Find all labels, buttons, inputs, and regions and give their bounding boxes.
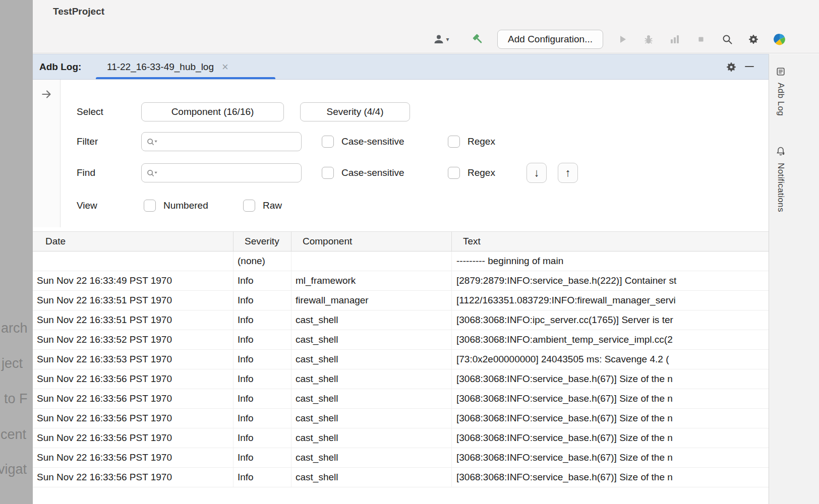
cell-component: cast_shell bbox=[291, 448, 452, 467]
build-hammer-icon[interactable] bbox=[471, 32, 485, 46]
log-table: Date Severity Component Text (none)-----… bbox=[33, 231, 769, 504]
cell-text: [3068:3068:INFO:service_base.h(67)] Size… bbox=[452, 448, 769, 467]
view-raw-checkbox[interactable]: Raw bbox=[243, 196, 282, 215]
table-row[interactable]: Sun Nov 22 16:33:51 PST 1970Infofirewall… bbox=[33, 291, 769, 310]
titlebar: TestProject ▾ Add Configuration... bbox=[33, 0, 819, 53]
bell-icon bbox=[776, 146, 786, 158]
filter-label: Filter bbox=[77, 132, 98, 151]
find-case-sensitive-checkbox[interactable]: Case-sensitive bbox=[322, 163, 404, 182]
titlebar-actions: ▾ Add Configuration... bbox=[430, 28, 787, 50]
cell-date: Sun Nov 22 16:33:56 PST 1970 bbox=[33, 468, 233, 487]
cell-component: firewall_manager bbox=[291, 291, 452, 310]
chevron-down-icon: ▾ bbox=[446, 36, 449, 43]
column-header-component[interactable]: Component bbox=[291, 232, 452, 251]
cell-component: cast_shell bbox=[291, 330, 452, 349]
checkbox-label: Raw bbox=[263, 200, 282, 211]
checkbox-box bbox=[448, 136, 460, 148]
cell-text: [1122/163351.083729:INFO:firewall_manage… bbox=[452, 291, 769, 310]
component-filter-button[interactable]: Component (16/16) bbox=[141, 102, 284, 121]
table-row[interactable]: Sun Nov 22 16:33:51 PST 1970Infocast_she… bbox=[33, 310, 769, 330]
table-row[interactable]: Sun Nov 22 16:33:52 PST 1970Infocast_she… bbox=[33, 330, 769, 350]
strip-tab-label: Notifications bbox=[776, 163, 786, 212]
view-numbered-checkbox[interactable]: Numbered bbox=[144, 196, 208, 215]
filter-input[interactable] bbox=[158, 137, 301, 147]
cell-severity: Info bbox=[233, 468, 291, 487]
checkbox-box bbox=[243, 200, 255, 212]
cell-severity: Info bbox=[233, 291, 291, 310]
cell-severity: Info bbox=[233, 369, 291, 389]
table-row[interactable]: Sun Nov 22 16:33:56 PST 1970Infocast_she… bbox=[33, 448, 769, 468]
severity-filter-button[interactable]: Severity (4/4) bbox=[300, 102, 410, 121]
run-icon[interactable] bbox=[615, 32, 629, 46]
panel-settings-gear-icon[interactable] bbox=[725, 61, 737, 73]
cell-component: cast_shell bbox=[291, 389, 452, 408]
find-label: Find bbox=[77, 163, 95, 182]
filter-case-sensitive-checkbox[interactable]: Case-sensitive bbox=[322, 132, 404, 151]
cell-text: [3068:3068:INFO:service_base.h(67)] Size… bbox=[452, 409, 769, 428]
search-icon[interactable] bbox=[146, 137, 158, 146]
find-regex-checkbox[interactable]: Regex bbox=[448, 163, 495, 182]
strip-tab-notifications[interactable]: Notifications bbox=[770, 146, 791, 212]
log-table-header: Date Severity Component Text bbox=[33, 231, 769, 251]
background-text-fragment: vigat bbox=[0, 462, 27, 477]
checkbox-label: Numbered bbox=[163, 200, 208, 211]
table-row[interactable]: Sun Nov 22 16:33:49 PST 1970Infoml_frame… bbox=[33, 271, 769, 291]
cell-text: --------- beginning of main bbox=[452, 251, 769, 271]
minimize-icon[interactable] bbox=[743, 60, 755, 73]
background-text-fragment: to F bbox=[4, 391, 28, 407]
stop-icon[interactable] bbox=[694, 32, 708, 46]
ide-window: TestProject ▾ Add Configuration... bbox=[33, 0, 819, 504]
profiler-icon[interactable] bbox=[668, 32, 682, 46]
expand-arrow-icon[interactable] bbox=[40, 88, 53, 101]
close-icon[interactable]: × bbox=[222, 62, 228, 72]
tab-active-underline bbox=[96, 77, 275, 79]
table-row[interactable]: (none)--------- beginning of main bbox=[33, 251, 769, 271]
column-header-date[interactable]: Date bbox=[33, 232, 233, 251]
table-row[interactable]: Sun Nov 22 16:33:56 PST 1970Infocast_she… bbox=[33, 468, 769, 487]
column-header-text[interactable]: Text bbox=[452, 232, 769, 251]
filter-regex-checkbox[interactable]: Regex bbox=[448, 132, 495, 151]
add-configuration-button[interactable]: Add Configuration... bbox=[497, 30, 603, 49]
background-text-fragment: arch bbox=[1, 321, 28, 336]
adb-log-panel-header: Adb Log: 11-22_16-33-49_hub_log × bbox=[33, 54, 769, 80]
settings-gear-icon[interactable] bbox=[746, 32, 760, 46]
cell-severity: Info bbox=[233, 448, 291, 467]
cell-date: Sun Nov 22 16:33:56 PST 1970 bbox=[33, 448, 233, 467]
log-table-body: (none)--------- beginning of mainSun Nov… bbox=[33, 251, 769, 487]
adb-log-panel-body: Select Component (16/16) Severity (4/4) … bbox=[33, 80, 769, 504]
cell-severity: (none) bbox=[233, 251, 291, 271]
table-row[interactable]: Sun Nov 22 16:33:56 PST 1970Infocast_she… bbox=[33, 389, 769, 409]
user-profile-button[interactable]: ▾ bbox=[430, 32, 452, 46]
table-row[interactable]: Sun Nov 22 16:33:56 PST 1970Infocast_she… bbox=[33, 409, 769, 428]
find-input[interactable] bbox=[158, 168, 301, 178]
debug-icon[interactable] bbox=[641, 32, 656, 46]
find-next-button[interactable]: ↓ bbox=[526, 163, 547, 183]
cell-date: Sun Nov 22 16:33:56 PST 1970 bbox=[33, 369, 233, 389]
background-text-fragment: cent bbox=[1, 427, 26, 443]
select-label: Select bbox=[77, 102, 103, 121]
cell-date bbox=[33, 251, 233, 271]
table-row[interactable]: Sun Nov 22 16:33:53 PST 1970Infocast_she… bbox=[33, 350, 769, 369]
ide-logo-icon[interactable] bbox=[773, 32, 787, 46]
cell-severity: Info bbox=[233, 350, 291, 369]
search-icon[interactable] bbox=[720, 32, 734, 46]
panel-title: Adb Log: bbox=[39, 54, 81, 79]
cell-component: ml_framework bbox=[291, 271, 452, 290]
cell-component: cast_shell bbox=[291, 468, 452, 487]
find-field bbox=[141, 163, 302, 182]
find-previous-button[interactable]: ↑ bbox=[558, 163, 578, 183]
cell-severity: Info bbox=[233, 389, 291, 408]
search-icon[interactable] bbox=[146, 168, 158, 177]
strip-tab-adb-log[interactable]: Adb Log bbox=[770, 67, 791, 116]
strip-tab-label: Adb Log bbox=[776, 83, 786, 116]
column-header-severity[interactable]: Severity bbox=[233, 232, 291, 251]
user-icon bbox=[433, 33, 445, 45]
log-controls: Select Component (16/16) Severity (4/4) … bbox=[33, 80, 769, 231]
tab-label: 11-22_16-33-49_hub_log bbox=[107, 61, 214, 73]
log-file-tab[interactable]: 11-22_16-33-49_hub_log × bbox=[107, 54, 228, 79]
cell-text: [3068:3068:INFO:service_base.h(67)] Size… bbox=[452, 389, 769, 408]
cell-date: Sun Nov 22 16:33:53 PST 1970 bbox=[33, 350, 233, 369]
panel-gutter bbox=[33, 80, 61, 227]
table-row[interactable]: Sun Nov 22 16:33:56 PST 1970Infocast_she… bbox=[33, 369, 769, 389]
table-row[interactable]: Sun Nov 22 16:33:56 PST 1970Infocast_she… bbox=[33, 428, 769, 448]
